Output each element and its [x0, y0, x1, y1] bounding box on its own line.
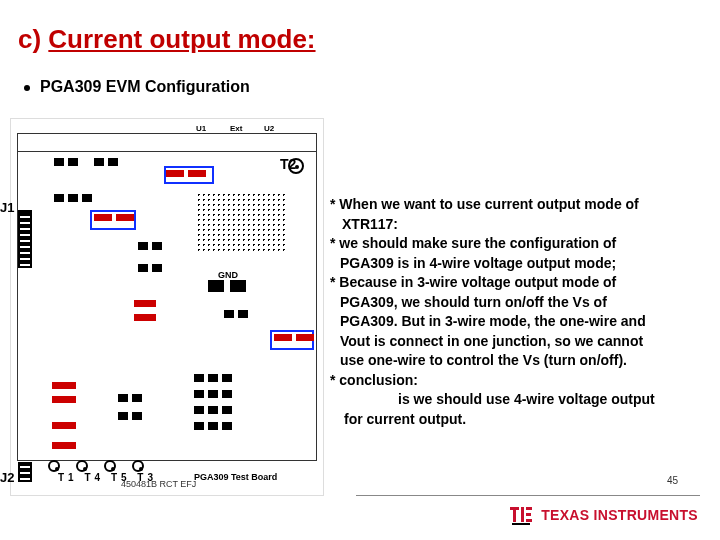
bullet-icon — [24, 85, 30, 91]
note-line: * we should make sure the configuration … — [330, 235, 706, 253]
pcb-figure: T2 U1 Ext U2 GND J1 J2 — [10, 118, 324, 496]
pad-icon — [68, 158, 78, 166]
page-number: 45 — [667, 475, 678, 486]
pcb-board-outline: T2 U1 Ext U2 GND J1 J2 — [17, 133, 317, 461]
pad-icon — [208, 374, 218, 382]
pad-icon — [222, 390, 232, 398]
drill-hole-icon — [76, 460, 88, 472]
red-component — [188, 170, 206, 177]
pad-icon — [132, 394, 142, 402]
header-j1-pins — [20, 212, 30, 266]
slide-container: c) Current output mode: PGA309 EVM Confi… — [0, 0, 720, 540]
pad-icon — [82, 194, 92, 202]
pad-icon — [224, 310, 234, 318]
pad-icon — [222, 422, 232, 430]
pad-icon — [118, 412, 128, 420]
pad-icon — [152, 242, 162, 250]
red-component — [94, 214, 112, 221]
pad-icon — [208, 422, 218, 430]
pad-icon — [208, 406, 218, 414]
drill-hole-icon — [104, 460, 116, 472]
note-line: Vout is connect in one junction, so we c… — [330, 333, 706, 351]
ic-grid-icon — [196, 192, 288, 252]
subtitle-line: PGA309 EVM Configuration — [24, 78, 250, 96]
note-line: * When we want to use current output mod… — [330, 196, 706, 214]
label-ext: Ext — [230, 124, 242, 133]
title-main: Current output mode: — [48, 24, 315, 54]
pad-icon — [194, 374, 204, 382]
footer-rule — [356, 495, 700, 496]
pad-icon — [94, 158, 104, 166]
label-t2: T2 — [280, 156, 296, 172]
pad-icon — [68, 194, 78, 202]
label-test-board: PGA309 Test Board — [194, 472, 277, 482]
label-u1: U1 — [196, 124, 206, 133]
ti-mark-icon — [509, 504, 533, 526]
subtitle-text: PGA309 EVM Configuration — [40, 78, 250, 95]
pad-icon — [138, 242, 148, 250]
pad-icon — [118, 394, 128, 402]
title-prefix: c) — [18, 24, 48, 54]
pad-icon — [54, 194, 64, 202]
red-component — [52, 382, 76, 389]
label-j2: J2 — [0, 470, 14, 485]
drill-hole-icon — [48, 460, 60, 472]
pad-icon — [132, 412, 142, 420]
label-gnd: GND — [218, 270, 238, 280]
red-component — [134, 314, 156, 321]
header-j2-pins — [20, 464, 30, 480]
red-component — [274, 334, 292, 341]
notes-block: * When we want to use current output mod… — [330, 196, 706, 430]
pad-icon — [222, 374, 232, 382]
note-line: PGA309, we should turn on/off the Vs of — [330, 294, 706, 312]
note-line: * Because in 3-wire voltage output mode … — [330, 274, 706, 292]
note-line: * conclusion: — [330, 372, 706, 390]
pad-icon — [54, 158, 64, 166]
pad-icon — [230, 280, 246, 292]
note-line: use one-wire to control the Vs (turn on/… — [330, 352, 706, 370]
slide-title: c) Current output mode: — [18, 24, 316, 55]
pad-icon — [194, 422, 204, 430]
red-component — [52, 396, 76, 403]
note-line: is we should use 4-wire voltage output — [330, 391, 706, 409]
brand-text: TEXAS INSTRUMENTS — [541, 507, 698, 523]
drill-hole-icon — [132, 460, 144, 472]
pad-icon — [152, 264, 162, 272]
pad-icon — [108, 158, 118, 166]
pad-icon — [194, 406, 204, 414]
pad-icon — [222, 406, 232, 414]
note-line: XTR117: — [330, 216, 706, 234]
red-component — [52, 422, 76, 429]
note-line: PGA309. But in 3-wire mode, the one-wire… — [330, 313, 706, 331]
pad-icon — [238, 310, 248, 318]
pad-icon — [208, 390, 218, 398]
brand-logo: TEXAS INSTRUMENTS — [509, 504, 698, 526]
note-line: for current output. — [330, 411, 706, 429]
pad-icon — [194, 390, 204, 398]
red-component — [166, 170, 184, 177]
note-line: PGA309 is in 4-wire voltage output mode; — [330, 255, 706, 273]
label-u2: U2 — [264, 124, 274, 133]
pad-icon — [208, 280, 224, 292]
pad-icon — [138, 264, 148, 272]
red-component — [134, 300, 156, 307]
red-component — [52, 442, 76, 449]
label-j1: J1 — [0, 200, 14, 215]
red-component — [116, 214, 134, 221]
pcb-footer-code: 450481B RCT EFJ — [121, 479, 196, 489]
red-component — [296, 334, 314, 341]
pcb-topbar — [18, 134, 316, 152]
